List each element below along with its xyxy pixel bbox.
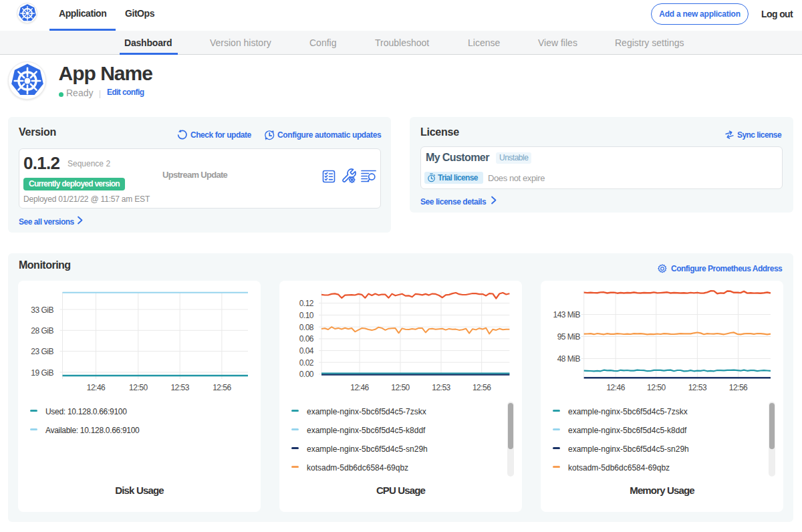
svg-text:12:50: 12:50 [647, 383, 666, 392]
svg-text:0.06: 0.06 [299, 334, 314, 344]
svg-text:12:56: 12:56 [213, 383, 231, 392]
svg-text:12:46: 12:46 [87, 383, 106, 392]
svg-text:12:56: 12:56 [473, 383, 491, 392]
svg-text:12:50: 12:50 [391, 383, 410, 392]
svg-text:0.02: 0.02 [299, 358, 314, 368]
svg-text:95 MiB: 95 MiB [557, 332, 581, 342]
svg-text:28 GiB: 28 GiB [31, 326, 53, 336]
svg-text:0.08: 0.08 [299, 323, 314, 332]
svg-text:12:56: 12:56 [729, 383, 748, 392]
svg-text:0.10: 0.10 [299, 311, 314, 320]
svg-text:0.00: 0.00 [299, 370, 314, 379]
svg-text:48 MiB: 48 MiB [557, 354, 581, 364]
svg-text:0.12: 0.12 [299, 299, 314, 308]
svg-text:12:53: 12:53 [688, 383, 707, 392]
svg-text:0.04: 0.04 [299, 346, 314, 356]
svg-text:23 GiB: 23 GiB [31, 347, 53, 356]
svg-text:12:53: 12:53 [170, 383, 189, 392]
svg-text:19 GiB: 19 GiB [31, 368, 53, 378]
svg-text:143 MiB: 143 MiB [553, 310, 580, 319]
svg-text:12:50: 12:50 [129, 383, 148, 392]
svg-text:12:46: 12:46 [606, 383, 625, 392]
svg-text:33 GiB: 33 GiB [31, 305, 53, 315]
svg-text:12:46: 12:46 [350, 383, 369, 392]
svg-text:12:53: 12:53 [432, 383, 450, 392]
